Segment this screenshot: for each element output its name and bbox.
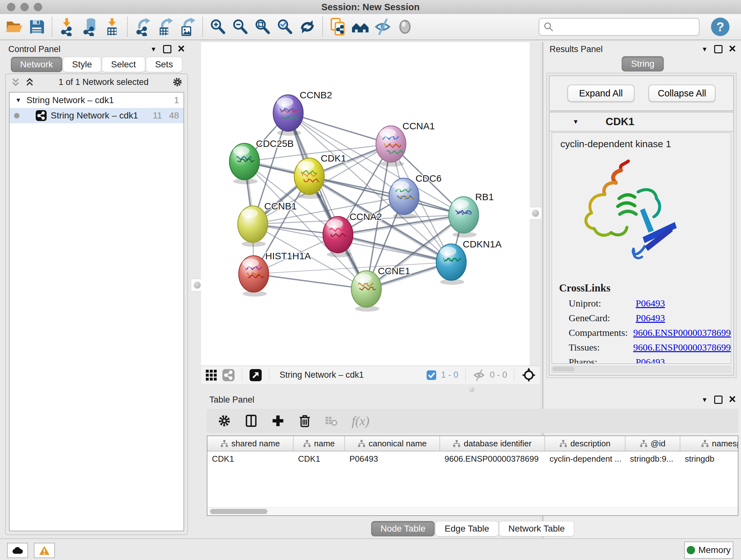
crosslink-link[interactable]: 9606.ENSP00000378699: [633, 327, 731, 338]
import-network-button[interactable]: [57, 17, 77, 37]
tab-string[interactable]: String: [622, 56, 664, 71]
network-node-label: CCNB1: [264, 201, 297, 211]
zoom-fit-button[interactable]: [253, 17, 273, 37]
crosslink-link[interactable]: 9606.ENSP00000378699: [633, 342, 731, 353]
column-header-description[interactable]: description: [545, 436, 625, 451]
network-node-cdc6[interactable]: [389, 178, 419, 219]
search-input[interactable]: [556, 20, 699, 34]
panel-close-icon[interactable]: ×: [178, 43, 185, 55]
network-node-rb1[interactable]: [449, 197, 479, 238]
network-node-cdc25b[interactable]: [229, 143, 259, 184]
network-node-ccnb2[interactable]: [273, 95, 303, 136]
table-cell: stringdb:9...: [625, 454, 680, 464]
table-panel: Table Panel ▼ × f(x) shared namenamecano…: [204, 393, 741, 537]
selected-checkbox-icon[interactable]: [426, 370, 436, 380]
network-edge[interactable]: [288, 113, 391, 144]
import-table-button[interactable]: [102, 17, 122, 37]
table-hscrollbar[interactable]: [207, 507, 738, 515]
help-button[interactable]: ?: [711, 17, 730, 36]
collapse-all-icon[interactable]: [11, 77, 20, 87]
network-view-canvas[interactable]: CCNB2CCNA1CDC25BCDK1CDC6RB1CCNB1CCNA2CDK…: [201, 42, 530, 366]
clone-network-button[interactable]: [328, 17, 348, 37]
table-splitter-handle[interactable]: [469, 387, 474, 392]
network-node-cdk1[interactable]: [294, 158, 324, 199]
network-edge[interactable]: [254, 274, 366, 289]
panel-float-icon[interactable]: [714, 395, 723, 404]
collapse-all-button[interactable]: Collapse All: [649, 84, 716, 102]
column-header-database-identifier[interactable]: database identifier: [440, 436, 545, 451]
tab-style[interactable]: Style: [63, 57, 101, 72]
network-node-label: RB1: [475, 192, 494, 202]
column-header-namespace[interactable]: namespace: [680, 436, 738, 451]
import-database-button[interactable]: [80, 17, 99, 37]
tab-select[interactable]: Select: [102, 57, 145, 72]
warnings-button[interactable]: [34, 543, 55, 558]
network-node-cdkn1a[interactable]: [436, 244, 466, 285]
network-collection-row[interactable]: ▼ String Network – cdk1 1: [10, 92, 184, 108]
table-cell: stringdb: [680, 454, 738, 464]
hidden-eye-icon[interactable]: [473, 369, 485, 381]
cloud-button[interactable]: [7, 543, 28, 558]
gene-section-header[interactable]: ▼ CDK1: [549, 112, 733, 132]
tab-network[interactable]: Network: [11, 57, 62, 72]
network-row[interactable]: String Network – cdk1 11 48: [10, 108, 184, 123]
crosslink-link[interactable]: P06493: [636, 357, 665, 364]
network-node-ccnb1[interactable]: [238, 206, 268, 247]
fit-selected-crosshair-icon[interactable]: [522, 368, 536, 382]
detach-view-icon[interactable]: [249, 369, 262, 381]
birdseye-grid-icon[interactable]: [205, 369, 218, 381]
crosslink-link[interactable]: P06493: [636, 313, 665, 323]
panel-close-icon[interactable]: ×: [729, 393, 736, 405]
network-node-hist1h1a[interactable]: [239, 256, 269, 297]
network-node-ccna2[interactable]: [323, 216, 353, 257]
zoom-selected-button[interactable]: [275, 17, 295, 37]
table-settings-button[interactable]: [218, 413, 233, 428]
refresh-view-button[interactable]: [297, 17, 317, 37]
column-header-shared-name[interactable]: shared name: [207, 436, 293, 451]
open-session-button[interactable]: [4, 17, 24, 37]
expand-all-icon[interactable]: [25, 77, 35, 87]
export-table-button[interactable]: [155, 17, 175, 37]
zoom-in-button[interactable]: [208, 17, 228, 37]
tab-edge-table[interactable]: Edge Table: [435, 521, 498, 537]
export-network-button[interactable]: [133, 17, 152, 37]
results-hscrollbar[interactable]: [551, 366, 731, 373]
hide-selected-button[interactable]: [373, 17, 393, 37]
gear-icon[interactable]: [173, 77, 182, 87]
memory-button[interactable]: Memory: [684, 542, 733, 559]
section-collapse-icon[interactable]: ▼: [572, 118, 579, 125]
column-header-name[interactable]: name: [293, 436, 345, 451]
tab-node-table[interactable]: Node Table: [371, 521, 434, 537]
network-node-ccne1[interactable]: [351, 271, 381, 312]
tab-sets[interactable]: Sets: [146, 57, 182, 72]
network-node-ccna1[interactable]: [376, 126, 406, 167]
export-image-button[interactable]: [178, 17, 197, 37]
delete-table-button-disabled: [325, 413, 340, 428]
network-edge[interactable]: [288, 113, 366, 289]
delete-column-button[interactable]: [298, 413, 313, 428]
column-header-@id[interactable]: @id: [625, 436, 680, 451]
export-network-icon: [133, 17, 152, 36]
zoom-out-button[interactable]: [230, 17, 250, 37]
add-column-button[interactable]: [271, 413, 286, 428]
table-row[interactable]: CDK1CDK1P064939606.ENSP00000378699cyclin…: [207, 451, 738, 466]
tab-network-table[interactable]: Network Table: [499, 521, 574, 537]
warning-icon: [39, 545, 50, 556]
show-columns-button[interactable]: [245, 413, 260, 428]
expand-all-button[interactable]: Expand All: [567, 84, 634, 102]
crosslink-link[interactable]: P06493: [636, 298, 665, 309]
save-session-button[interactable]: [27, 17, 47, 37]
panel-close-icon[interactable]: ×: [729, 43, 736, 55]
tree-collapse-icon[interactable]: ▼: [15, 97, 21, 104]
right-splitter-handle[interactable]: [529, 207, 542, 220]
network-share-icon[interactable]: [222, 369, 235, 381]
panel-menu-icon[interactable]: ▼: [150, 46, 157, 52]
panel-menu-icon[interactable]: ▼: [701, 46, 708, 52]
show-all-button[interactable]: [395, 17, 415, 37]
panel-float-icon[interactable]: [163, 45, 172, 53]
first-neighbors-button[interactable]: [350, 17, 370, 37]
panel-menu-icon[interactable]: ▼: [701, 396, 708, 403]
column-header-canonical-name[interactable]: canonical name: [345, 436, 440, 451]
panel-float-icon[interactable]: [714, 45, 723, 53]
search-field[interactable]: [539, 18, 699, 36]
